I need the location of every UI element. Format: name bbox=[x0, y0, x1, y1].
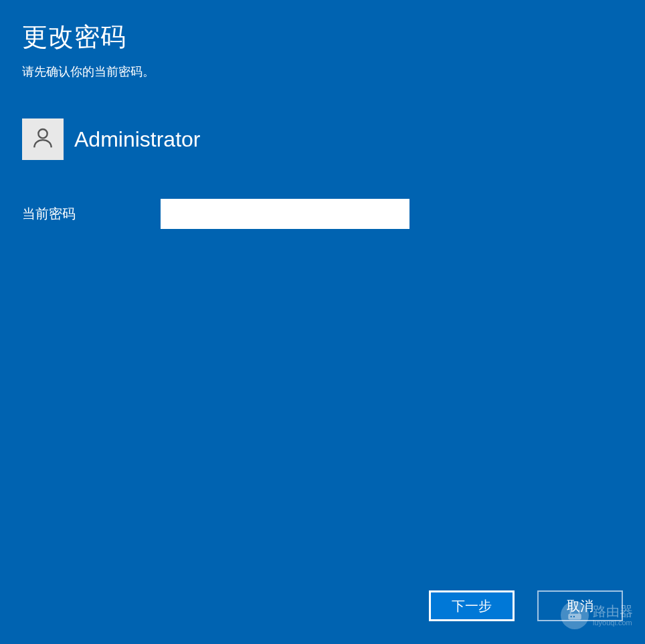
user-icon bbox=[30, 125, 56, 153]
current-password-input[interactable] bbox=[161, 199, 409, 229]
next-button[interactable]: 下一步 bbox=[429, 590, 515, 621]
user-info-row: Administrator bbox=[22, 118, 623, 160]
username-label: Administrator bbox=[74, 127, 201, 152]
page-subtitle: 请先确认你的当前密码。 bbox=[22, 64, 623, 80]
cancel-button[interactable]: 取消 bbox=[537, 590, 623, 621]
svg-point-0 bbox=[38, 129, 47, 138]
avatar bbox=[22, 118, 64, 160]
current-password-row: 当前密码 bbox=[22, 199, 623, 229]
page-title: 更改密码 bbox=[22, 20, 623, 54]
current-password-label: 当前密码 bbox=[22, 205, 161, 223]
button-row: 下一步 取消 bbox=[429, 590, 623, 621]
